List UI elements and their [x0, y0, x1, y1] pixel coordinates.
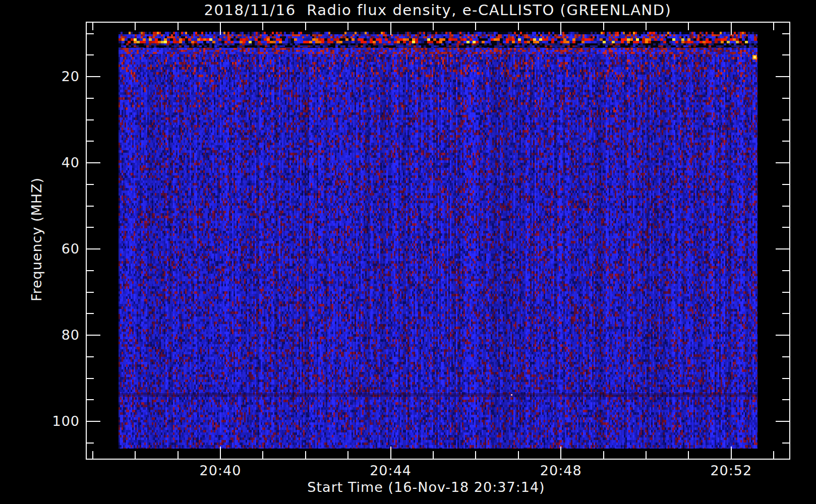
x-tick-mark	[347, 23, 348, 30]
x-tick-label: 20:52	[691, 463, 772, 478]
y-tick-label: 40	[19, 155, 80, 171]
x-tick-mark	[433, 23, 434, 30]
x-tick-mark	[773, 23, 774, 30]
spectrogram-page: 2018/11/16 Radio flux density, e-CALLIST…	[0, 0, 816, 504]
y-tick-mark	[782, 141, 789, 142]
y-tick-mark	[87, 119, 94, 120]
x-tick-mark	[646, 451, 647, 459]
y-tick-mark	[776, 162, 789, 163]
y-tick-mark	[782, 98, 789, 99]
y-tick-mark	[87, 378, 94, 379]
y-tick-mark	[782, 54, 789, 55]
y-tick-mark	[87, 335, 100, 336]
y-tick-mark	[782, 399, 789, 400]
x-tick-mark	[560, 447, 561, 459]
x-tick-mark	[688, 23, 689, 30]
y-tick-mark	[782, 33, 789, 34]
x-tick-mark	[433, 451, 434, 459]
y-tick-mark	[87, 76, 100, 77]
y-tick-mark	[782, 443, 789, 444]
y-tick-mark	[87, 54, 94, 55]
x-tick-label: 20:48	[520, 463, 601, 478]
x-tick-mark	[92, 23, 93, 30]
x-tick-mark	[220, 23, 221, 35]
x-tick-label: 20:40	[180, 463, 261, 478]
x-tick-mark	[688, 451, 689, 459]
y-tick-mark	[782, 227, 789, 228]
y-tick-mark	[776, 248, 789, 249]
x-tick-mark	[475, 451, 476, 459]
x-tick-mark	[475, 23, 476, 30]
y-tick-mark	[87, 270, 94, 271]
x-tick-mark	[305, 23, 306, 30]
y-tick-label: 20	[19, 69, 80, 85]
x-tick-mark	[603, 23, 604, 30]
x-tick-mark	[305, 451, 306, 459]
x-tick-mark	[731, 447, 732, 459]
y-tick-mark	[87, 443, 94, 444]
y-tick-mark	[87, 33, 94, 34]
y-tick-mark	[782, 119, 789, 120]
x-tick-mark	[178, 451, 179, 459]
y-tick-mark	[87, 292, 94, 293]
x-tick-mark	[646, 23, 647, 30]
x-tick-mark	[262, 451, 263, 459]
y-tick-mark	[87, 206, 94, 207]
y-tick-mark	[782, 206, 789, 207]
y-tick-mark	[87, 227, 94, 228]
x-tick-mark	[220, 447, 221, 459]
y-tick-mark	[87, 141, 94, 142]
x-tick-mark	[731, 23, 732, 35]
y-tick-mark	[782, 313, 789, 314]
y-tick-mark	[87, 162, 100, 163]
x-tick-mark	[92, 451, 93, 459]
y-tick-mark	[87, 399, 94, 400]
y-tick-mark	[87, 98, 94, 99]
x-tick-mark	[347, 451, 348, 459]
y-tick-mark	[782, 356, 789, 357]
y-tick-mark	[782, 184, 789, 185]
page-title: 2018/11/16 Radio flux density, e-CALLIST…	[204, 2, 672, 19]
y-tick-mark	[87, 356, 94, 357]
y-tick-mark	[87, 248, 100, 249]
x-axis-title: Start Time (16-Nov-18 20:37:14)	[307, 479, 545, 495]
y-tick-mark	[782, 378, 789, 379]
x-tick-mark	[135, 23, 136, 30]
x-tick-mark	[390, 447, 391, 459]
x-tick-mark	[135, 451, 136, 459]
x-tick-mark	[390, 23, 391, 35]
y-tick-mark	[87, 184, 94, 185]
y-tick-mark	[87, 421, 100, 422]
y-tick-mark	[782, 270, 789, 271]
x-tick-mark	[560, 23, 561, 35]
spectrogram-canvas	[119, 32, 757, 449]
y-tick-label: 100	[19, 413, 80, 429]
x-tick-label: 20:44	[351, 463, 431, 478]
x-tick-mark	[603, 451, 604, 459]
x-tick-mark	[518, 451, 519, 459]
y-tick-mark	[776, 76, 789, 77]
y-tick-mark	[782, 292, 789, 293]
x-tick-mark	[518, 23, 519, 30]
y-axis-title: Frequency (MHZ)	[29, 177, 44, 301]
y-tick-label: 80	[19, 327, 80, 343]
x-tick-mark	[773, 451, 774, 459]
x-tick-mark	[178, 23, 179, 30]
y-tick-mark	[776, 335, 789, 336]
y-tick-mark	[776, 421, 789, 422]
y-tick-mark	[87, 313, 94, 314]
x-tick-mark	[262, 23, 263, 30]
